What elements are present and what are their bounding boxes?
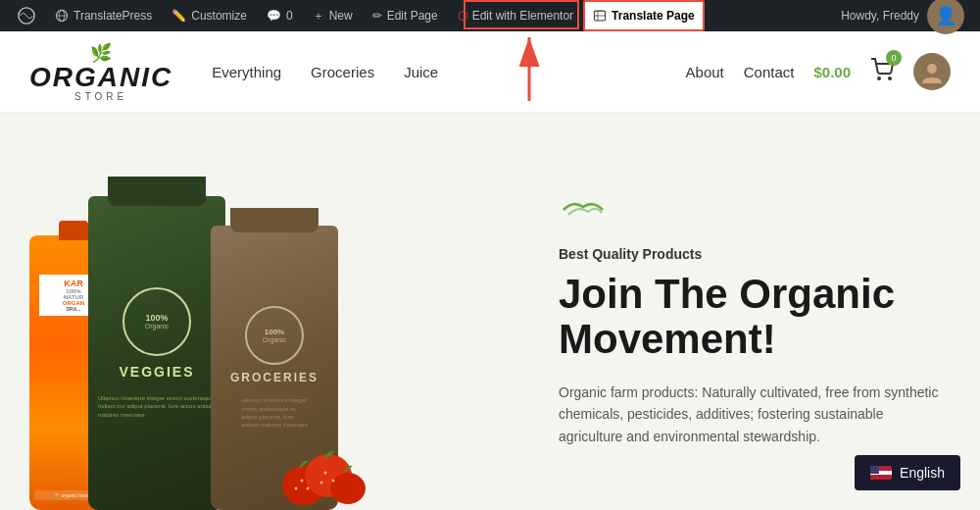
- translate-page-icon: [593, 9, 607, 23]
- tan-bag-top: [230, 208, 318, 232]
- comment-icon: 💬: [267, 9, 281, 23]
- svg-point-15: [330, 473, 366, 504]
- logo-sub-text: STORE: [74, 91, 127, 102]
- comments-button[interactable]: 💬 0: [257, 0, 303, 31]
- language-switcher[interactable]: English: [855, 455, 960, 490]
- plus-icon: ＋: [313, 8, 324, 25]
- edit-elementor-button[interactable]: ⬡ Edit with Elementor: [448, 0, 583, 31]
- edit-page-icon: ✏: [372, 9, 382, 23]
- customize-label: Customize: [191, 9, 247, 23]
- cart-badge: 0: [886, 50, 902, 66]
- cart-price[interactable]: $0.00: [813, 64, 851, 80]
- nav-groceries[interactable]: Groceries: [311, 64, 374, 80]
- user-avatar[interactable]: [913, 53, 951, 90]
- nav-right: About Contact $0.00 0: [686, 53, 951, 90]
- strawberries-decoration: [274, 432, 372, 510]
- dark-bag-title: VEGGIES: [119, 364, 194, 380]
- tan-bag-text: ullamco inventore integeromnis scelerisq…: [233, 396, 315, 430]
- logo-main-text: ORGANIC: [29, 64, 172, 91]
- hero-section: KAR 100%NATUR ORGAN DRA... 🍃 organic lea…: [0, 113, 980, 510]
- dark-bag-top: [108, 177, 206, 206]
- svg-point-18: [295, 487, 298, 490]
- cart-button[interactable]: 0: [870, 58, 894, 85]
- logo-leaf-icon: 🌿: [90, 42, 112, 64]
- hero-title: Join The Organic Movement!: [559, 272, 941, 362]
- translatepress-label: TranslatePress: [74, 9, 152, 23]
- comments-count: 0: [286, 9, 293, 23]
- wp-logo-button[interactable]: [8, 0, 45, 31]
- nav-juice[interactable]: Juice: [404, 64, 438, 80]
- nav-everything[interactable]: Everything: [212, 64, 281, 80]
- hero-images: KAR 100%NATUR ORGAN DRA... 🍃 organic lea…: [0, 113, 539, 510]
- nav-bar: 🌿 ORGANIC STORE Everything Groceries Jui…: [0, 31, 980, 113]
- tan-bag-title: GROCERIES: [230, 371, 318, 384]
- nav-contact[interactable]: Contact: [744, 64, 795, 80]
- svg-point-19: [324, 472, 327, 475]
- admin-bar-right: Howdy, Freddy 👤: [841, 0, 972, 34]
- svg-point-9: [878, 77, 880, 79]
- organic-badge-tan: 100% Organic: [245, 306, 304, 365]
- wordpress-icon: [18, 7, 35, 25]
- admin-avatar: 👤: [927, 0, 964, 34]
- svg-point-21: [320, 482, 323, 484]
- dark-bag-text: Ullamco inventore integer omnis sceleris…: [88, 394, 225, 419]
- dark-bag: 100% Organic VEGGIES Ullamco inventore i…: [88, 196, 225, 510]
- svg-point-10: [889, 77, 891, 79]
- main-nav: Everything Groceries Juice: [212, 64, 685, 80]
- hero-description: Organic farm products: Naturally cultiva…: [559, 382, 941, 447]
- howdy-text: Howdy, Freddy: [841, 9, 919, 23]
- svg-point-17: [307, 487, 310, 490]
- new-label: New: [329, 9, 353, 23]
- customize-button[interactable]: ✏️ Customize: [162, 0, 257, 31]
- logo[interactable]: 🌿 ORGANIC STORE: [29, 42, 172, 102]
- flag-icon: [870, 466, 892, 480]
- translate-page-label: Translate Page: [612, 9, 695, 23]
- bottle-cap: [59, 221, 88, 240]
- translatepress-button[interactable]: TranslatePress: [45, 0, 162, 31]
- svg-point-12: [927, 64, 937, 74]
- translate-page-button[interactable]: Translate Page: [583, 0, 705, 31]
- edit-page-label: Edit Page: [387, 9, 438, 23]
- nav-about[interactable]: About: [686, 64, 724, 80]
- hero-leaf-icon: [559, 195, 941, 231]
- translate-icon: [55, 9, 69, 23]
- new-button[interactable]: ＋ New: [303, 0, 363, 31]
- svg-point-16: [301, 480, 304, 483]
- customize-icon: ✏️: [172, 9, 186, 23]
- edit-page-button[interactable]: ✏ Edit Page: [363, 0, 448, 31]
- hero-subtitle: Best Quality Products: [559, 246, 941, 262]
- admin-bar: TranslatePress ✏️ Customize 💬 0 ＋ New ✏ …: [0, 0, 980, 31]
- elementor-icon: ⬡: [458, 9, 467, 23]
- svg-point-20: [332, 480, 335, 483]
- language-label: English: [900, 465, 945, 481]
- edit-elementor-label: Edit with Elementor: [472, 9, 573, 23]
- hero-content: Best Quality Products Join The Organic M…: [539, 113, 980, 510]
- organic-badge-dark: 100% Organic: [122, 287, 191, 356]
